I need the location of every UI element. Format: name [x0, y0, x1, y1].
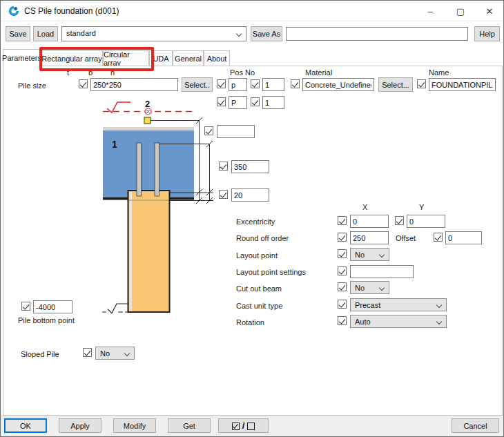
- embed-depth-checkbox[interactable]: [219, 190, 228, 199]
- pos1-start-checkbox[interactable]: [251, 79, 260, 88]
- name-checkbox[interactable]: [417, 79, 426, 88]
- rotation-dropdown[interactable]: Auto: [350, 315, 447, 328]
- layout-point-checkbox[interactable]: [338, 249, 347, 258]
- tab-about[interactable]: About: [204, 50, 230, 66]
- chevron-down-icon: [379, 285, 385, 291]
- rotation-value: Auto: [355, 318, 371, 326]
- layout-point-dropdown[interactable]: No: [350, 248, 389, 261]
- help-button[interactable]: Help: [474, 26, 500, 41]
- excentricity-x-input[interactable]: [350, 215, 389, 228]
- material-input[interactable]: [302, 78, 374, 91]
- empty-box-icon: [247, 423, 255, 430]
- modify-button[interactable]: Modify: [113, 418, 156, 433]
- window-title: CS Pile foundation (d001): [24, 6, 119, 16]
- excentricity-y-checkbox[interactable]: [395, 216, 404, 225]
- handle-point-2[interactable]: [145, 108, 151, 115]
- checked-box-icon: [232, 423, 240, 430]
- preset-combobox[interactable]: standard: [61, 26, 246, 41]
- minimize-icon[interactable]: –: [415, 1, 445, 21]
- toggle-fields-button[interactable]: /: [218, 418, 269, 433]
- offset-checkbox[interactable]: [434, 233, 443, 242]
- tab-circular-array[interactable]: Circular array: [103, 50, 149, 66]
- header-x: X: [362, 203, 367, 211]
- pile-bottom-checkbox[interactable]: [21, 302, 30, 311]
- tab-uda[interactable]: UDA: [149, 50, 173, 66]
- cap-top-dim-input[interactable]: [217, 125, 255, 138]
- excentricity-label: Excentricity: [236, 217, 275, 226]
- rebar-length-input[interactable]: [231, 160, 269, 173]
- ok-button[interactable]: OK: [4, 418, 47, 433]
- cut-out-beam-dropdown[interactable]: No: [350, 281, 389, 294]
- pile-size-checkbox[interactable]: [79, 79, 88, 88]
- tab-parameters[interactable]: Parameters: [3, 49, 41, 66]
- embed-depth-input[interactable]: [231, 188, 269, 202]
- layout-point-settings-checkbox[interactable]: [338, 266, 347, 275]
- cast-unit-type-dropdown[interactable]: Precast: [350, 298, 447, 311]
- pos1-prefix-input[interactable]: [229, 78, 247, 91]
- round-off-label: Round off order: [236, 234, 289, 242]
- layout-point-settings-input[interactable]: [350, 265, 414, 278]
- cut-out-beam-label: Cut out beam: [236, 284, 282, 293]
- name-input[interactable]: [429, 78, 496, 91]
- close-icon[interactable]: ✕: [474, 1, 504, 21]
- chevron-down-icon: [379, 252, 385, 258]
- pile-bottom-label: Pile bottom point: [18, 316, 75, 324]
- rebar-length-checkbox[interactable]: [219, 162, 228, 171]
- sloped-pile-checkbox[interactable]: [83, 348, 92, 357]
- apply-button[interactable]: Apply: [59, 418, 101, 433]
- header-name: Name: [429, 68, 449, 77]
- tab-rectangular-array[interactable]: Rectangular array: [41, 50, 103, 66]
- chevron-down-icon: [436, 319, 442, 324]
- header-b: b: [88, 68, 93, 77]
- material-checkbox[interactable]: [291, 79, 300, 88]
- save-button[interactable]: Save: [6, 26, 30, 41]
- cut-out-beam-checkbox[interactable]: [338, 282, 347, 291]
- pos2-prefix-checkbox[interactable]: [217, 97, 226, 106]
- sloped-pile-dropdown[interactable]: No: [95, 347, 135, 360]
- pile-size-select-button[interactable]: Select..: [182, 77, 213, 92]
- pos1-start-input[interactable]: [262, 78, 284, 91]
- cast-unit-type-value: Precast: [355, 301, 380, 309]
- cast-unit-type-checkbox[interactable]: [338, 300, 347, 309]
- excentricity-y-input[interactable]: [407, 215, 445, 228]
- layout-point-label: Layout point: [236, 251, 278, 260]
- layout-point-value: No: [355, 251, 365, 259]
- maximize-icon[interactable]: ▢: [445, 1, 476, 21]
- layout-point-settings-label: Layout point settings: [236, 268, 306, 276]
- chevron-down-icon: [236, 31, 242, 37]
- rotation-checkbox[interactable]: [338, 316, 347, 325]
- pile-bottom-input[interactable]: [33, 300, 72, 313]
- pile-size-label: Pile size: [18, 81, 46, 90]
- preset-value: standard: [66, 29, 96, 37]
- cancel-button[interactable]: Cancel: [452, 418, 499, 433]
- header-t: t: [67, 68, 69, 77]
- save-as-button[interactable]: Save As: [251, 26, 282, 41]
- pos2-prefix-input[interactable]: [229, 96, 247, 109]
- cap-top-dim-checkbox[interactable]: [204, 126, 213, 135]
- sloped-pile-label: Sloped Pile: [21, 350, 59, 358]
- header-pos-no: Pos No: [230, 68, 255, 77]
- pos1-prefix-checkbox[interactable]: [217, 79, 226, 88]
- material-select-button[interactable]: Select...: [378, 77, 413, 92]
- app-logo-icon: [8, 6, 19, 17]
- round-off-input[interactable]: [350, 231, 389, 244]
- load-button[interactable]: Load: [33, 26, 58, 41]
- excentricity-x-checkbox[interactable]: [338, 216, 347, 225]
- pos2-start-checkbox[interactable]: [251, 97, 260, 106]
- dialog-window: CS Pile foundation (d001) – ▢ ✕ Save Loa…: [0, 0, 504, 437]
- header-y: Y: [419, 203, 424, 211]
- pile-size-input[interactable]: [90, 78, 178, 91]
- rotation-label: Rotation: [236, 318, 264, 327]
- tab-general[interactable]: General: [173, 50, 204, 66]
- handle-origin[interactable]: [144, 117, 151, 124]
- offset-input[interactable]: [445, 231, 482, 244]
- cast-unit-type-label: Cast unit type: [236, 302, 282, 310]
- header-h: h: [110, 68, 115, 77]
- sloped-pile-value: No: [100, 349, 110, 358]
- offset-label: Offset: [396, 234, 416, 242]
- pos2-start-input[interactable]: [262, 96, 284, 109]
- get-button[interactable]: Get: [168, 418, 211, 433]
- title-bar: CS Pile foundation (d001) – ▢ ✕: [1, 1, 503, 21]
- round-off-checkbox[interactable]: [338, 233, 347, 242]
- save-as-input[interactable]: [286, 27, 468, 41]
